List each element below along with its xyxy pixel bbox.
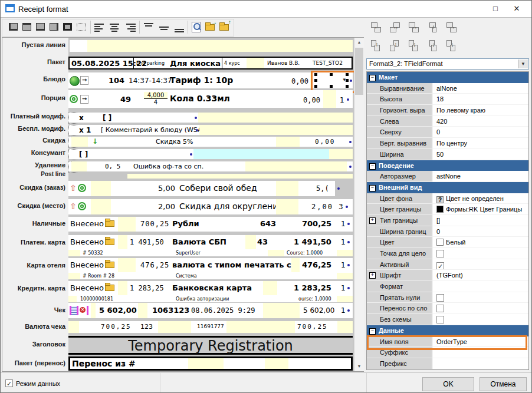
order-discount-up-arrow-icon: ⇧	[70, 183, 77, 193]
row-label: Блюдо	[4, 75, 65, 82]
row-check-currency[interactable]: 700,25 123 11691777 700,25	[68, 321, 353, 333]
prop-value-border-width[interactable]: 0	[433, 226, 528, 237]
row-label: Платный модиф.	[4, 113, 65, 120]
row-hotel-card[interactable]: Внесено 476,25 валюта с типом печатать с…	[68, 258, 353, 279]
row-discount[interactable]: ↓ Скидка 5% 0,00	[68, 137, 353, 147]
align-stagger-left-icon[interactable]: ↔	[389, 21, 403, 34]
prop-value-top[interactable]: 0	[433, 127, 528, 138]
row-check[interactable]: ✕ 5 602,00 1063123 08.06.2025 9:29 5 602…	[68, 303, 353, 318]
prop-value-border-type[interactable]: []	[433, 215, 528, 226]
border-style-2-button[interactable]	[21, 21, 34, 34]
prop-value-no-scheme[interactable]	[433, 314, 528, 325]
selected-field-ordertype[interactable]: ▾	[314, 73, 349, 88]
prop-value-valign[interactable]: По центру	[433, 138, 528, 149]
prop-value-format[interactable]	[433, 281, 528, 292]
prop-label: Цвет	[367, 237, 433, 248]
section-header-appearance[interactable]: −Внешний вид	[367, 182, 528, 193]
prop-value-width[interactable]: 50	[433, 149, 528, 160]
data-mode-checkbox[interactable]: ✓	[5, 379, 13, 387]
prop-value-hide-zeros[interactable]	[433, 292, 528, 303]
checkbox-unchecked[interactable]	[436, 305, 444, 312]
align-text-left-button[interactable]	[93, 21, 106, 34]
align-stagger-down-icon[interactable]: ↕	[389, 38, 403, 51]
prop-value-color[interactable]: Белый	[433, 237, 528, 248]
row-dish[interactable]: 104 14:37-14:37 Тариф 1: 10р 0,00 ▾	[68, 72, 353, 88]
row-label: Кредитн. карта	[4, 285, 65, 292]
checkbox-unchecked[interactable]	[436, 316, 444, 323]
align-left-edges-icon[interactable]: ←	[370, 21, 384, 34]
prop-value-bg-color[interactable]: ?Цвет не определен	[433, 193, 528, 204]
align-text-center-button[interactable]	[109, 21, 121, 34]
preview-button[interactable]	[190, 21, 203, 34]
cancel-button[interactable]: Отмена	[480, 377, 527, 391]
checkbox-checked[interactable]: ✓	[436, 262, 444, 270]
valign-middle-button[interactable]	[158, 21, 171, 34]
center-vertical-icon[interactable]: ↓	[426, 38, 441, 51]
prop-value-height[interactable]: 18	[433, 94, 528, 105]
prop-value-font[interactable]: (TGFont)	[433, 270, 528, 281]
scroll-up-button[interactable]: ▲	[354, 38, 364, 47]
chevron-down-icon[interactable]: ▼	[518, 60, 528, 68]
checkbox-unchecked[interactable]	[436, 294, 444, 302]
title-bar: Receipt format □ ✕	[1, 1, 531, 18]
prop-value-border-color[interactable]: Формы:RK Цвет Границы	[433, 204, 528, 215]
prop-value-autosize[interactable]: astNone	[433, 171, 528, 182]
center-horizontal-icon[interactable]: ↑	[426, 21, 441, 34]
row-pay-card[interactable]: Внесено 1 491,50 Валюта СБП 43 1 491,50 …	[68, 235, 353, 256]
row-discount-place[interactable]: ⇧ 2,00 Скидка для округления 2,00 3	[68, 199, 353, 214]
section-header-layout[interactable]: −Макет	[367, 72, 528, 83]
row-blank-line[interactable]	[68, 40, 353, 52]
row-free-modifier[interactable]: x 1 [ Комментарий к блюду (WSA) ]	[68, 125, 353, 135]
row-deletion[interactable]: 0, 5 Ошибка оф-та со сп.	[68, 161, 353, 171]
bottom-bar: ✓ Режим данных OK Отмена	[1, 372, 531, 393]
black-color-swatch	[436, 206, 444, 213]
import-format-button[interactable]: →	[204, 21, 217, 34]
scrollbar-thumb[interactable]	[355, 48, 363, 95]
ok-button[interactable]: OK	[422, 377, 474, 391]
scroll-down-button[interactable]: ▼	[354, 362, 364, 371]
prop-value-left[interactable]: 420	[433, 116, 528, 127]
row-credit-card[interactable]: Внесено 1 283,25 Банковская карта 1 283,…	[68, 281, 353, 302]
valign-bottom-button[interactable]	[173, 21, 186, 34]
row-header-band[interactable]: Temporary Registration	[68, 336, 353, 355]
prop-value-decimal-point[interactable]	[433, 248, 528, 259]
prop-value-alignment[interactable]: alNone	[433, 83, 528, 94]
section-header-data[interactable]: −Данные	[367, 325, 528, 336]
format-selector[interactable]: Format3_2: TFieldFormat ▼	[366, 58, 529, 70]
maximize-button[interactable]: □	[485, 3, 505, 15]
canvas-vertical-scrollbar[interactable]: ▲ ▼	[354, 38, 364, 371]
prop-value-suffix[interactable]	[433, 347, 528, 358]
border-style-4-button[interactable]	[48, 21, 61, 34]
export-format-button[interactable]: ↑	[218, 21, 231, 34]
prop-label: Горизонт. выра	[367, 105, 433, 116]
border-style-1-button[interactable]	[7, 21, 20, 34]
row-paket-carry[interactable]: Перенос из #	[68, 356, 353, 371]
row-paid-modifier[interactable]: x [ ]	[68, 113, 353, 123]
section-header-behavior[interactable]: −Поведение	[367, 160, 528, 171]
align-right-edges-icon[interactable]: →	[445, 21, 459, 34]
prop-value-prefix[interactable]	[433, 358, 528, 369]
row-discount-order[interactable]: ⇧ 5,00 Собери свой обед 5,(	[68, 181, 353, 196]
row-paket[interactable]: 05.08.2025 15:22 End parking Для киоска …	[68, 57, 353, 70]
checkbox-unchecked[interactable]	[436, 250, 444, 257]
align-span-height-icon[interactable]: ↕	[408, 38, 422, 51]
white-color-swatch	[436, 239, 444, 246]
row-cash[interactable]: Внесено 700,25 Рубли 643 700,25 1	[68, 217, 353, 232]
border-style-3-button[interactable]	[34, 21, 47, 34]
field-anchor-dot	[349, 166, 352, 168]
prop-value-halign[interactable]: По левому краю	[433, 105, 528, 116]
prop-value-field-name[interactable]: OrderType	[433, 336, 528, 348]
row-portion[interactable]: 49 4,000 4 Кола 0.33мл 0,00 1	[68, 90, 353, 108]
prop-value-word-wrap[interactable]	[433, 303, 528, 314]
close-button[interactable]: ✕	[507, 3, 527, 15]
row-post-line[interactable]	[68, 174, 353, 179]
row-consumer[interactable]: [ ]	[68, 149, 353, 159]
align-span-width-icon[interactable]: ↔	[408, 21, 422, 34]
valign-top-button[interactable]	[143, 21, 156, 34]
align-top-edges-icon[interactable]: ↑	[370, 38, 384, 51]
border-style-none-button[interactable]	[75, 21, 88, 34]
align-bottom-edges-icon[interactable]: ↓	[445, 38, 459, 51]
border-style-all-button[interactable]	[61, 21, 74, 34]
align-text-right-button[interactable]	[124, 21, 137, 34]
prop-value-active[interactable]: ✓	[433, 259, 528, 270]
